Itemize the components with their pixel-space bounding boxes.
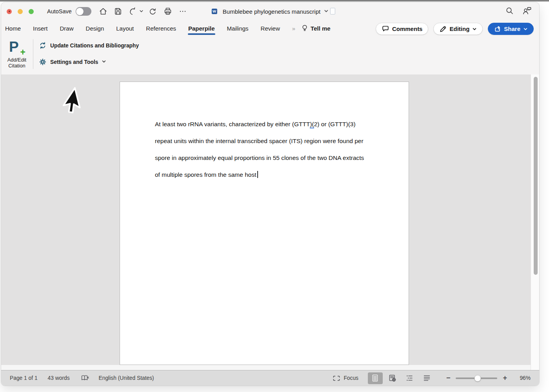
menubar-edge: [0, 0, 549, 2]
print-layout-view-button[interactable]: [368, 372, 383, 384]
editing-mode-button[interactable]: Editing: [433, 23, 483, 35]
undo-icon[interactable]: [127, 6, 138, 17]
document-title-menu[interactable]: W Bumblebee phylogenetics manuscript: [212, 2, 329, 20]
status-bar: Page 1 of 1 43 words English (United Sta…: [1, 370, 539, 386]
comments-button[interactable]: Comments: [376, 23, 429, 35]
grammar-suggestion[interactable]: )(: [310, 121, 314, 129]
word-count[interactable]: 43 words: [48, 375, 70, 381]
save-icon[interactable]: [113, 6, 124, 17]
pencil-icon: [439, 25, 447, 33]
more-commands-icon[interactable]: [177, 6, 188, 17]
proofing-status-icon[interactable]: [81, 374, 89, 382]
horizontal-scroll-strip: [1, 365, 531, 370]
share-chevron-down-icon: [523, 27, 528, 31]
titlebar: AutoSave: [1, 2, 539, 20]
tab-insert[interactable]: Insert: [33, 25, 48, 32]
zoom-controls: − + 96%: [443, 374, 531, 382]
document-area: At least two rRNA variants, characterize…: [1, 74, 539, 370]
vertical-scrollbar-track[interactable]: [531, 74, 539, 370]
paragraph[interactable]: repeat units within the internal transcr…: [155, 132, 373, 149]
lightbulb-icon: [301, 24, 308, 32]
zoom-window-button[interactable]: [29, 9, 34, 14]
settings-tools-button[interactable]: Settings and Tools: [39, 58, 106, 66]
page-count[interactable]: Page 1 of 1: [10, 375, 38, 381]
word-window: AutoSave: [1, 2, 539, 386]
search-icon[interactable]: [505, 6, 514, 17]
editing-chevron-down-icon: [472, 27, 477, 31]
update-citations-button[interactable]: Update Citations and Bibliography: [39, 42, 139, 49]
gear-icon: [39, 58, 47, 66]
zoom-slider-thumb[interactable]: [474, 375, 481, 381]
tab-mailings[interactable]: Mailings: [227, 25, 249, 32]
redo-icon[interactable]: [147, 6, 158, 17]
paragraph[interactable]: spore in approximately equal proportions…: [155, 149, 373, 166]
paperpile-ribbon: P + Add/Edit Citation Update Citations a…: [1, 36, 539, 74]
focus-mode-button[interactable]: Focus: [333, 375, 358, 381]
language-status[interactable]: English (United States): [99, 375, 154, 381]
undo-dropdown-chevron-icon[interactable]: [139, 8, 144, 15]
tab-home[interactable]: Home: [5, 25, 21, 32]
document-page[interactable]: At least two rRNA variants, characterize…: [120, 82, 409, 365]
web-layout-view-button[interactable]: [385, 372, 400, 384]
zoom-slider[interactable]: [456, 377, 497, 379]
traffic-lights: [7, 9, 34, 14]
tabs-overflow-icon[interactable]: »: [292, 25, 296, 32]
outline-view-button[interactable]: [402, 372, 417, 384]
zoom-level[interactable]: 96%: [510, 375, 531, 381]
paperpile-logo-icon: P +: [9, 38, 25, 56]
autosave-toggle-knob: [76, 8, 84, 15]
autosave-label: AutoSave: [47, 8, 72, 15]
settings-chevron-down-icon: [102, 59, 106, 65]
zoom-in-button[interactable]: +: [500, 374, 510, 382]
sync-icon: [39, 42, 47, 49]
mouse-pointer-icon: [57, 86, 83, 120]
paragraph[interactable]: At least two rRNA variants, characterize…: [155, 116, 373, 132]
minimize-window-button[interactable]: [18, 9, 23, 14]
tab-references[interactable]: References: [146, 25, 176, 32]
document-text: At least two rRNA variants, characterize…: [155, 116, 373, 183]
paragraph[interactable]: of multiple spores from the same host: [155, 166, 373, 183]
share-icon: [494, 25, 501, 33]
tab-design[interactable]: Design: [86, 25, 104, 32]
add-edit-citation-label: Add/Edit Citation: [7, 57, 26, 69]
focus-icon: [333, 375, 340, 381]
tab-layout[interactable]: Layout: [116, 25, 134, 32]
tab-paperpile[interactable]: Paperpile: [188, 25, 215, 32]
word-document-icon: W: [212, 7, 219, 15]
ribbon-group-divider: [33, 39, 33, 69]
title-chevron-down-icon[interactable]: [324, 8, 329, 15]
close-window-button[interactable]: [7, 9, 12, 14]
draft-view-button[interactable]: [420, 372, 434, 384]
autosave-toggle[interactable]: [76, 7, 91, 16]
tell-me-button[interactable]: Tell me: [301, 24, 331, 32]
vertical-scrollbar-thumb[interactable]: [534, 77, 538, 275]
presence-people-icon[interactable]: [522, 6, 532, 17]
share-button[interactable]: Share: [488, 23, 534, 35]
comment-bubble-icon: [382, 25, 389, 33]
document-title[interactable]: Bumblebee phylogenetics manuscript: [223, 8, 320, 15]
tab-draw[interactable]: Draw: [60, 25, 74, 32]
zoom-out-button[interactable]: −: [443, 374, 454, 382]
add-edit-citation-button[interactable]: P + Add/Edit Citation: [3, 38, 31, 71]
home-icon[interactable]: [98, 6, 109, 17]
text-cursor: [257, 171, 258, 178]
active-tab-underline: [188, 33, 215, 35]
print-icon[interactable]: [162, 6, 173, 17]
tab-review[interactable]: Review: [261, 25, 280, 32]
